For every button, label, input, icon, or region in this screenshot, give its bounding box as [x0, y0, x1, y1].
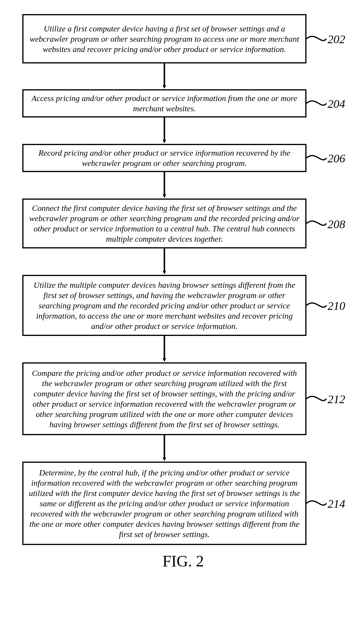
- flow-step-208: Connect the first computer device having…: [22, 199, 306, 248]
- ref-label-212: 212: [328, 392, 345, 406]
- flow-step-text: Utilize the multiple computer devices ha…: [29, 280, 300, 331]
- flow-step-204: Access pricing and/or other product or s…: [22, 89, 306, 117]
- ref-label-206: 206: [328, 152, 345, 165]
- flow-step-212: Compare the pricing and/or other product…: [22, 362, 306, 435]
- ref-label-204: 204: [328, 97, 345, 111]
- figure-title: FIG. 2: [142, 552, 224, 570]
- ref-label-210: 210: [328, 299, 345, 313]
- ref-label-208: 208: [328, 217, 345, 231]
- flowchart-canvas: Utilize a first computer device having a…: [0, 0, 364, 619]
- flow-step-206: Record pricing and/or other product or s…: [22, 144, 306, 172]
- flow-step-text: Access pricing and/or other product or s…: [29, 93, 300, 114]
- flow-step-text: Connect the first computer device having…: [29, 203, 300, 244]
- flow-step-210: Utilize the multiple computer devices ha…: [22, 275, 306, 336]
- flow-step-text: Determine, by the central hub, if the pr…: [29, 467, 300, 539]
- flow-step-214: Determine, by the central hub, if the pr…: [22, 462, 306, 545]
- ref-label-214: 214: [328, 497, 345, 511]
- flow-step-202: Utilize a first computer device having a…: [22, 14, 306, 63]
- flow-step-text: Record pricing and/or other product or s…: [29, 148, 300, 168]
- flow-step-text: Compare the pricing and/or other product…: [29, 368, 300, 430]
- ref-label-202: 202: [328, 32, 345, 46]
- flow-step-text: Utilize a first computer device having a…: [29, 23, 300, 54]
